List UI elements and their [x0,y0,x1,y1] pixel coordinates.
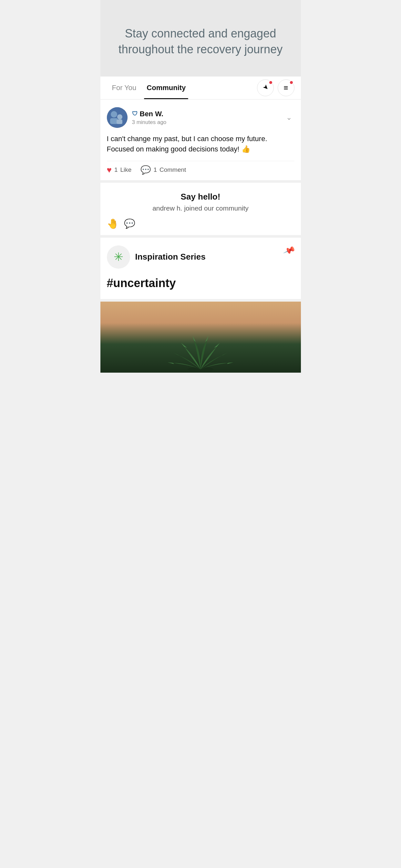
svg-rect-4 [117,120,122,124]
say-hello-card: Say hello! andrew h. joined our communit… [100,183,301,235]
svg-point-1 [111,111,117,118]
post-author: 🛡 Ben W. [132,110,283,118]
inspiration-card: ✳ Inspiration Series 📌 #uncertainty [100,238,301,299]
avatar [107,107,127,128]
comment-count: 1 [153,166,157,174]
post-header: 🛡 Ben W. 3 minutes ago ⌄ [107,107,295,128]
sun-icon: ✳ [114,250,123,264]
plant-image [100,302,301,373]
comment-button[interactable]: 💬 1 Comment [141,165,186,175]
send-badge [269,81,273,85]
plant-svg [136,308,265,373]
hashtag-text: #uncertainty [107,276,295,290]
post-body: I can't change my past, but I can choose… [107,134,295,154]
menu-icon: ≡ [283,83,288,92]
post-time: 3 minutes ago [132,119,283,126]
tab-for-you[interactable]: For You [107,76,142,99]
chat-icon[interactable]: 💬 [124,218,135,229]
tab-community[interactable]: Community [142,76,191,99]
avatar-image [107,107,127,128]
hero-text: Stay connected and engaged throughout th… [113,26,288,57]
like-button[interactable]: ♥ 1 Like [107,165,132,175]
pin-icon: 📌 [282,244,296,257]
post-meta: 🛡 Ben W. 3 minutes ago [132,110,283,126]
chevron-down-icon[interactable]: ⌄ [283,111,295,124]
comment-icon: 💬 [141,165,151,175]
inspiration-title: Inspiration Series [135,252,206,262]
shield-icon: 🛡 [132,111,138,117]
inspiration-header: ✳ Inspiration Series 📌 [107,245,295,269]
comment-label: Comment [159,166,186,174]
svg-point-0 [107,107,127,128]
send-button[interactable]: ➤ [257,80,274,96]
hero-section: Stay connected and engaged throughout th… [100,0,301,76]
tabs-bar: For You Community ➤ ≡ [100,76,301,99]
menu-badge [289,81,294,85]
tab-actions: ➤ ≡ [257,80,295,96]
menu-button[interactable]: ≡ [278,80,295,96]
tabs-container: For You Community [107,76,257,99]
post-card-1: 🛡 Ben W. 3 minutes ago ⌄ I can't change … [100,99,301,180]
inspiration-logo: ✳ [107,245,130,269]
hello-actions: 🤚 💬 [107,218,295,229]
wave-icon[interactable]: 🤚 [107,218,119,229]
feed-content: 🛡 Ben W. 3 minutes ago ⌄ I can't change … [100,99,301,373]
like-count: 1 [114,166,118,174]
heart-icon: ♥ [107,165,112,175]
say-hello-title: Say hello! [107,192,295,202]
svg-point-3 [117,114,122,120]
post-actions: ♥ 1 Like 💬 1 Comment [107,161,295,175]
say-hello-subtitle: andrew h. joined our community [107,205,295,212]
like-label: Like [120,166,132,174]
